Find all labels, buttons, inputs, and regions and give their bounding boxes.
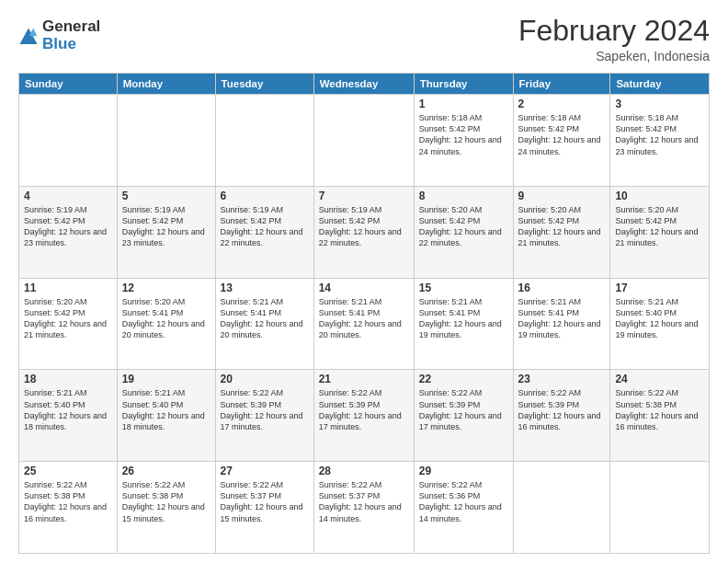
day-info: Sunrise: 5:18 AM Sunset: 5:42 PM Dayligh… [615,112,704,157]
day-number: 22 [419,373,508,385]
day-number: 9 [518,190,606,202]
day-number: 29 [419,465,508,477]
calendar-cell: 23Sunrise: 5:22 AM Sunset: 5:39 PM Dayli… [513,370,610,462]
calendar-cell [117,95,215,187]
day-header-friday: Friday [513,74,610,95]
day-info: Sunrise: 5:22 AM Sunset: 5:39 PM Dayligh… [419,387,508,432]
day-header-monday: Monday [117,74,215,95]
calendar-cell: 10Sunrise: 5:20 AM Sunset: 5:42 PM Dayli… [610,186,710,278]
day-number: 28 [319,465,409,477]
calendar-header-row: SundayMondayTuesdayWednesdayThursdayFrid… [19,74,710,95]
calendar-cell: 9Sunrise: 5:20 AM Sunset: 5:42 PM Daylig… [513,186,610,278]
day-number: 15 [419,282,508,294]
month-title: February 2024 [518,15,710,47]
day-info: Sunrise: 5:21 AM Sunset: 5:41 PM Dayligh… [319,296,409,341]
day-info: Sunrise: 5:22 AM Sunset: 5:38 PM Dayligh… [122,479,210,524]
calendar-cell: 13Sunrise: 5:21 AM Sunset: 5:41 PM Dayli… [215,278,313,370]
day-info: Sunrise: 5:21 AM Sunset: 5:41 PM Dayligh… [221,296,309,341]
calendar-cell: 24Sunrise: 5:22 AM Sunset: 5:38 PM Dayli… [610,370,710,462]
calendar-week-2: 4Sunrise: 5:19 AM Sunset: 5:42 PM Daylig… [19,186,710,278]
calendar-cell: 29Sunrise: 5:22 AM Sunset: 5:36 PM Dayli… [414,462,513,554]
calendar-week-3: 11Sunrise: 5:20 AM Sunset: 5:42 PM Dayli… [19,278,710,370]
calendar-cell [19,95,118,187]
day-number: 24 [615,373,704,385]
calendar-cell: 2Sunrise: 5:18 AM Sunset: 5:42 PM Daylig… [513,95,610,187]
day-info: Sunrise: 5:20 AM Sunset: 5:42 PM Dayligh… [615,204,704,249]
calendar-cell: 7Sunrise: 5:19 AM Sunset: 5:42 PM Daylig… [313,186,414,278]
header: General Blue February 2024 Sapeken, Indo… [18,15,710,63]
day-info: Sunrise: 5:19 AM Sunset: 5:42 PM Dayligh… [319,204,409,249]
day-header-saturday: Saturday [610,74,710,95]
day-number: 13 [221,282,309,294]
calendar-cell: 21Sunrise: 5:22 AM Sunset: 5:39 PM Dayli… [313,370,414,462]
calendar-cell [610,462,710,554]
day-info: Sunrise: 5:19 AM Sunset: 5:42 PM Dayligh… [24,204,112,249]
calendar-week-5: 25Sunrise: 5:22 AM Sunset: 5:38 PM Dayli… [19,462,710,554]
logo-general: General [42,18,100,36]
day-number: 19 [122,373,210,385]
day-number: 26 [122,465,210,477]
calendar-cell: 27Sunrise: 5:22 AM Sunset: 5:37 PM Dayli… [215,462,313,554]
calendar-cell: 5Sunrise: 5:19 AM Sunset: 5:42 PM Daylig… [117,186,215,278]
calendar-cell [313,95,414,187]
day-info: Sunrise: 5:22 AM Sunset: 5:39 PM Dayligh… [319,387,409,432]
calendar-cell: 14Sunrise: 5:21 AM Sunset: 5:41 PM Dayli… [313,278,414,370]
day-number: 17 [615,282,704,294]
day-header-wednesday: Wednesday [313,74,414,95]
day-number: 2 [518,98,606,110]
day-info: Sunrise: 5:19 AM Sunset: 5:42 PM Dayligh… [221,204,309,249]
day-number: 5 [122,190,210,202]
day-info: Sunrise: 5:20 AM Sunset: 5:42 PM Dayligh… [419,204,508,249]
day-info: Sunrise: 5:20 AM Sunset: 5:42 PM Dayligh… [518,204,606,249]
logo-blue: Blue [42,36,100,53]
title-area: February 2024 Sapeken, Indonesia [518,15,710,63]
day-number: 14 [319,282,409,294]
day-header-tuesday: Tuesday [215,74,313,95]
day-info: Sunrise: 5:21 AM Sunset: 5:40 PM Dayligh… [615,296,704,341]
day-info: Sunrise: 5:22 AM Sunset: 5:39 PM Dayligh… [221,387,309,432]
calendar-cell: 3Sunrise: 5:18 AM Sunset: 5:42 PM Daylig… [610,95,710,187]
day-info: Sunrise: 5:21 AM Sunset: 5:41 PM Dayligh… [518,296,606,341]
day-info: Sunrise: 5:19 AM Sunset: 5:42 PM Dayligh… [122,204,210,249]
day-number: 20 [221,373,309,385]
day-number: 1 [419,98,508,110]
logo: General Blue [18,18,100,52]
calendar-cell: 16Sunrise: 5:21 AM Sunset: 5:41 PM Dayli… [513,278,610,370]
day-number: 27 [221,465,309,477]
calendar-cell: 20Sunrise: 5:22 AM Sunset: 5:39 PM Dayli… [215,370,313,462]
calendar-cell: 22Sunrise: 5:22 AM Sunset: 5:39 PM Dayli… [414,370,513,462]
day-info: Sunrise: 5:22 AM Sunset: 5:39 PM Dayligh… [518,387,606,432]
day-number: 18 [24,373,112,385]
day-number: 25 [24,465,112,477]
day-info: Sunrise: 5:20 AM Sunset: 5:42 PM Dayligh… [24,296,112,341]
day-info: Sunrise: 5:22 AM Sunset: 5:38 PM Dayligh… [615,387,704,432]
logo-text: General Blue [42,18,100,52]
calendar-table: SundayMondayTuesdayWednesdayThursdayFrid… [18,73,710,554]
day-info: Sunrise: 5:18 AM Sunset: 5:42 PM Dayligh… [419,112,508,157]
day-info: Sunrise: 5:22 AM Sunset: 5:37 PM Dayligh… [319,479,409,524]
calendar-cell: 11Sunrise: 5:20 AM Sunset: 5:42 PM Dayli… [19,278,118,370]
day-number: 10 [615,190,704,202]
day-header-thursday: Thursday [414,74,513,95]
calendar-cell: 18Sunrise: 5:21 AM Sunset: 5:40 PM Dayli… [19,370,118,462]
day-number: 6 [221,190,309,202]
page: General Blue February 2024 Sapeken, Indo… [0,0,728,563]
calendar-cell [215,95,313,187]
calendar-cell: 17Sunrise: 5:21 AM Sunset: 5:40 PM Dayli… [610,278,710,370]
calendar-cell: 28Sunrise: 5:22 AM Sunset: 5:37 PM Dayli… [313,462,414,554]
day-number: 21 [319,373,409,385]
day-number: 23 [518,373,606,385]
day-number: 16 [518,282,606,294]
day-number: 8 [419,190,508,202]
day-info: Sunrise: 5:21 AM Sunset: 5:41 PM Dayligh… [419,296,508,341]
calendar-cell: 25Sunrise: 5:22 AM Sunset: 5:38 PM Dayli… [19,462,118,554]
day-info: Sunrise: 5:21 AM Sunset: 5:40 PM Dayligh… [24,387,112,432]
calendar-cell: 8Sunrise: 5:20 AM Sunset: 5:42 PM Daylig… [414,186,513,278]
day-info: Sunrise: 5:20 AM Sunset: 5:41 PM Dayligh… [122,296,210,341]
location-subtitle: Sapeken, Indonesia [518,49,710,63]
logo-icon [18,27,39,47]
calendar-cell: 6Sunrise: 5:19 AM Sunset: 5:42 PM Daylig… [215,186,313,278]
day-number: 3 [615,98,704,110]
calendar-week-1: 1Sunrise: 5:18 AM Sunset: 5:42 PM Daylig… [19,95,710,187]
day-info: Sunrise: 5:22 AM Sunset: 5:37 PM Dayligh… [221,479,309,524]
